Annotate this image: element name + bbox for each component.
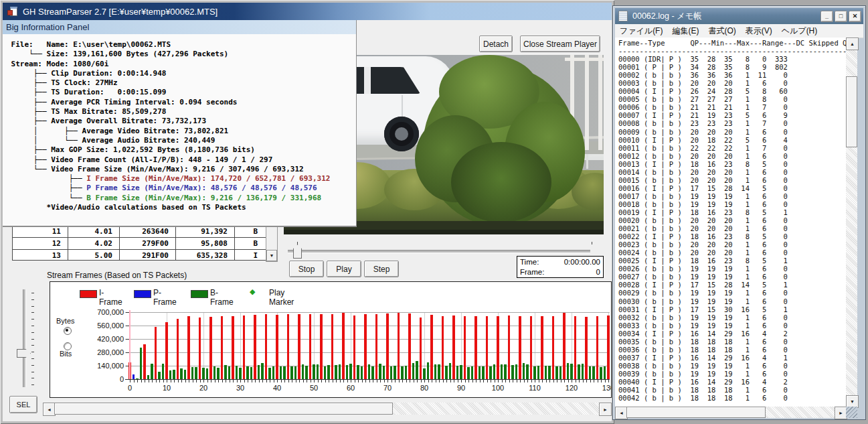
table-cell: B (235, 238, 264, 249)
bar-b-frame (272, 366, 274, 379)
x-axis-tick (576, 380, 576, 382)
bar-b-frame (158, 372, 160, 379)
x-axis-tick (461, 380, 462, 382)
x-axis-tick (347, 380, 348, 382)
bar-i-frame (287, 314, 289, 379)
step-button[interactable]: Step (364, 261, 399, 277)
y-axis-label: 0 (82, 375, 124, 383)
x-axis-tick (564, 380, 565, 382)
bar-i-frame (530, 316, 532, 379)
menu-format[interactable]: 書式(O) (703, 25, 740, 37)
bar-b-frame (401, 366, 403, 379)
bar-b-frame (467, 367, 469, 379)
notepad-titlebar[interactable]: 00062.log - メモ帳 _ □ ✕ (615, 8, 863, 24)
bar-b-frame (151, 364, 153, 379)
info-line: ├── TS Clock: 27MHz (7, 78, 356, 88)
maximize-button[interactable]: □ (835, 11, 847, 22)
scroll-up-button[interactable]: ▲ (846, 38, 859, 50)
stop-button[interactable]: Stop (289, 261, 324, 277)
x-axis-tick (483, 380, 484, 382)
bar-b-frame (482, 366, 484, 379)
trackbar-tick (592, 242, 592, 244)
scroll-right-button[interactable]: ► (599, 403, 612, 416)
menu-file[interactable]: ファイル(F) (615, 25, 667, 37)
bar-b-frame (324, 366, 326, 379)
bar-b-frame (460, 365, 462, 379)
x-axis-tick (134, 380, 135, 382)
bar-i-frame (320, 314, 322, 379)
time-label: Time: (520, 257, 539, 267)
table-cell: I (235, 250, 264, 261)
bar-b-frame (283, 366, 285, 379)
bar-b-frame (335, 365, 337, 379)
x-axis-tick (505, 380, 506, 382)
frame-table[interactable]: 114.0126364091,392B124.02279F0095,808B13… (12, 225, 267, 261)
notepad-hscrollbar[interactable]: ◄ ► (615, 407, 846, 418)
streamparser-titlebar[interactable]: GH StreamParser 2.7 [E:¥user¥temp¥00062.… (3, 3, 612, 20)
bar-i-frame (442, 316, 444, 379)
bar-b-frame (191, 367, 193, 379)
close-button[interactable]: ✕ (849, 11, 861, 22)
menu-edit[interactable]: 編集(E) (667, 25, 703, 37)
bar-b-frame (217, 368, 219, 379)
x-axis-tick (318, 380, 319, 382)
seek-trackbar[interactable] (288, 250, 590, 253)
table-row[interactable]: 135.00291F00635,328I (13, 249, 266, 261)
x-axis-tick (436, 380, 436, 382)
play-button[interactable]: Play (327, 261, 361, 277)
sel-button[interactable]: SEL (9, 396, 37, 413)
bar-b-frame (570, 364, 572, 379)
bar-i-frame (265, 314, 267, 379)
slider-tick (31, 339, 34, 340)
table-row[interactable]: 124.02279F0095,808B (13, 237, 266, 249)
table-cell: 279F00 (120, 238, 176, 249)
bar-b-frame (246, 366, 248, 379)
x-axis-tick (145, 380, 145, 382)
notepad-window: 00062.log - メモ帳 _ □ ✕ ファイル(F) 編集(E) 書式(O… (612, 5, 866, 420)
notepad-textarea[interactable]: Frame--Type QP---Min---Max---Range---DC … (615, 38, 846, 407)
menu-help[interactable]: ヘルプ(H) (777, 25, 822, 37)
info-line: ├── Max GOP Size: 1,022,592 Bytes (8,180… (7, 145, 356, 155)
x-axis-tick (226, 380, 226, 382)
x-axis-label: 70 (376, 384, 399, 392)
x-axis-label: 110 (523, 384, 546, 392)
bar-b-frame (479, 366, 481, 379)
slider-tick (31, 312, 34, 313)
x-axis-tick (255, 380, 256, 382)
bar-b-frame (515, 364, 517, 379)
minimize-button[interactable]: _ (820, 11, 833, 22)
y-axis-label: 140,000 (82, 362, 124, 370)
vertical-zoom-slider[interactable] (23, 289, 26, 387)
x-axis-tick (402, 380, 403, 382)
x-axis-tick (432, 380, 432, 382)
frame-table-scrollbar[interactable]: ▼ (266, 225, 278, 262)
x-axis-tick (406, 380, 407, 382)
chart-hscrollbar-thumb[interactable] (54, 403, 393, 415)
bar-b-frame (434, 364, 436, 379)
x-axis-tick (299, 380, 300, 382)
bar-b-frame (582, 364, 584, 379)
x-axis-tick (355, 380, 355, 382)
menu-view[interactable]: 表示(V) (741, 25, 777, 37)
close-stream-player-button[interactable]: Close Stream Player (520, 36, 600, 52)
detach-button[interactable]: Detach (479, 36, 513, 52)
scroll-down-button[interactable]: ▼ (266, 250, 277, 261)
x-axis-tick (553, 380, 554, 382)
x-axis-tick (568, 380, 569, 382)
notepad-hscrollbar-thumb[interactable] (626, 407, 766, 418)
bar-b-frame (368, 364, 370, 379)
x-axis-tick (377, 380, 377, 382)
x-axis-tick (487, 380, 488, 382)
table-cell: 91,392 (176, 226, 235, 237)
notepad-vscrollbar[interactable]: ▲ ▼ (846, 38, 857, 407)
resize-grip[interactable] (846, 407, 857, 418)
x-axis-tick (311, 380, 311, 382)
x-axis-tick (336, 380, 337, 382)
bar-i-frame (155, 327, 157, 379)
x-axis-tick (174, 380, 175, 382)
x-axis-tick (189, 380, 189, 382)
slider-tick (31, 384, 34, 385)
x-axis-tick (171, 380, 171, 382)
info-line: │ ├── Average Video Bitrate: 73,802,821 (7, 127, 356, 136)
notepad-vscrollbar-thumb[interactable] (846, 76, 857, 147)
